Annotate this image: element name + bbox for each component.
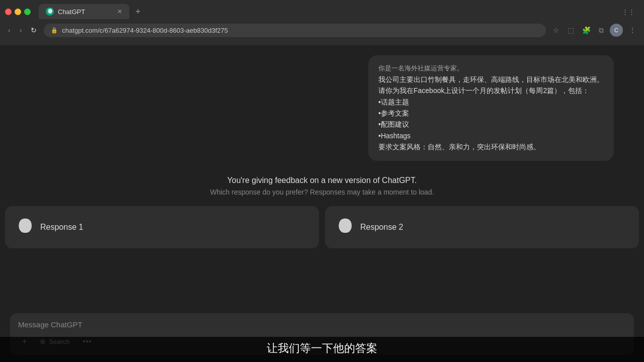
maximize-window-button[interactable] xyxy=(24,9,31,15)
profile-avatar[interactable]: C xyxy=(610,24,623,37)
tab-bar: ChatGPT ✕ + ⋮⋮ xyxy=(0,0,644,19)
screenshot-button[interactable]: ⬚ xyxy=(566,24,576,36)
new-tab-button[interactable]: + xyxy=(133,7,143,17)
subtitle-text: 让我们等一下他的答案 xyxy=(267,342,377,354)
msg-line-5: •参考文案 xyxy=(378,108,604,119)
response-card-2[interactable]: Response 2 xyxy=(325,206,639,248)
forward-button[interactable]: › xyxy=(18,24,24,36)
browser-menu-button[interactable]: ⋮⋮ xyxy=(618,8,639,16)
response-1-icon xyxy=(15,218,33,236)
tab-close-button[interactable]: ✕ xyxy=(117,8,122,15)
extensions-button[interactable]: ⧉ xyxy=(597,24,606,37)
msg-line-8: 要求文案风格：自然、亲和力，突出环保和时尚感。 xyxy=(378,141,604,152)
msg-line-3: 请你为我在Facebook上设计一个月的发帖计划（每周2篇），包括： xyxy=(378,85,604,96)
message-container: 你是一名海外社媒运营专家。 我公司主要出口竹制餐具，走环保、高端路线，目标市场在… xyxy=(0,45,644,166)
chrome-menu-button[interactable]: ⋮ xyxy=(627,24,638,36)
response-1-label: Response 1 xyxy=(40,223,83,232)
response-cards: Response 1 Response 2 xyxy=(0,206,644,248)
response-2-label: Response 2 xyxy=(360,223,403,232)
feedback-section: You're giving feedback on a new version … xyxy=(0,166,644,204)
feedback-subtitle: Which response do you prefer? Responses … xyxy=(0,188,644,196)
nav-bar: ‹ › ↻ 🔒 chatgpt.com/c/67a62974-9324-800d… xyxy=(0,19,644,41)
window-controls xyxy=(5,9,31,15)
subtitle-overlay: 让我们等一下他的答案 xyxy=(0,337,644,362)
tab-favicon xyxy=(46,8,54,16)
minimize-window-button[interactable] xyxy=(15,9,21,15)
input-placeholder[interactable]: Message ChatGPT xyxy=(18,320,626,329)
url-text: chatgpt.com/c/67a62974-9324-800d-8603-ae… xyxy=(62,27,228,34)
reload-button[interactable]: ↻ xyxy=(29,24,39,36)
feedback-title: You're giving feedback on a new version … xyxy=(0,176,644,185)
bookmark-button[interactable]: ☆ xyxy=(551,24,561,36)
close-window-button[interactable] xyxy=(5,9,12,15)
user-message-bubble: 你是一名海外社媒运营专家。 我公司主要出口竹制餐具，走环保、高端路线，目标市场在… xyxy=(368,55,614,161)
browser-tab[interactable]: ChatGPT ✕ xyxy=(39,4,129,19)
extension-button[interactable]: 🧩 xyxy=(580,24,593,36)
lock-icon: 🔒 xyxy=(51,27,58,34)
tab-title: ChatGPT xyxy=(58,8,113,16)
response-card-1[interactable]: Response 1 xyxy=(5,206,319,248)
msg-line-6: •配图建议 xyxy=(378,119,604,130)
back-button[interactable]: ‹ xyxy=(6,24,13,36)
response-2-icon xyxy=(335,218,353,236)
msg-line-7: •Hashtags xyxy=(378,130,604,141)
msg-line-4: •话题主题 xyxy=(378,97,604,108)
address-bar[interactable]: 🔒 chatgpt.com/c/67a62974-9324-800d-8603-… xyxy=(44,24,546,37)
chat-area: 你是一名海外社媒运营专家。 我公司主要出口竹制餐具，走环保、高端路线，目标市场在… xyxy=(0,45,644,307)
nav-actions: ☆ ⬚ 🧩 ⧉ C ⋮ xyxy=(551,24,638,37)
msg-line-2: 我公司主要出口竹制餐具，走环保、高端路线，目标市场在北美和欧洲。 xyxy=(378,74,604,85)
main-content: 你是一名海外社媒运营专家。 我公司主要出口竹制餐具，走环保、高端路线，目标市场在… xyxy=(0,45,644,362)
msg-line-1: 你是一名海外社媒运营专家。 xyxy=(378,63,604,74)
browser-chrome: ChatGPT ✕ + ⋮⋮ ‹ › ↻ 🔒 chatgpt.com/c/67a… xyxy=(0,0,644,45)
